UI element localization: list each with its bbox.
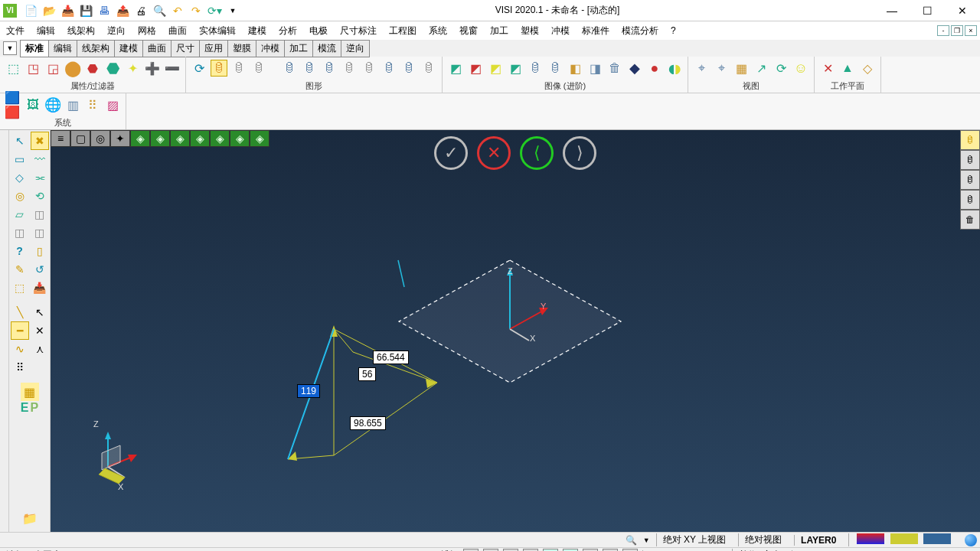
lt-hline-icon[interactable]: ━ — [11, 321, 29, 340]
search-icon[interactable]: 🔍 — [626, 535, 637, 546]
history-icon[interactable]: ⟳▾ — [207, 3, 222, 18]
img9-icon[interactable]: 🗑 — [606, 60, 623, 77]
menu-electrode[interactable]: 电极 — [308, 23, 329, 39]
sys1-icon[interactable]: 🟦🟥 — [5, 96, 21, 113]
mdi-close-icon[interactable]: × — [965, 25, 977, 36]
filter-icon-8[interactable]: ➕ — [144, 60, 161, 77]
rc-del-icon[interactable]: 🗑 — [960, 210, 980, 230]
cyl5-icon[interactable]: 🛢 — [301, 60, 318, 77]
cyl6-icon[interactable]: 🛢 — [321, 60, 338, 77]
refresh-icon[interactable]: ⟳ — [191, 60, 207, 77]
tab-mold[interactable]: 塑膜 — [227, 40, 256, 57]
wp1-icon[interactable]: ✕ — [819, 60, 836, 77]
undo-icon[interactable]: ↶ — [170, 3, 185, 18]
snap1-icon[interactable]: ⊡ — [463, 549, 479, 552]
filter-icon-7[interactable]: ✦ — [124, 60, 141, 77]
wp3-icon[interactable]: ◇ — [859, 60, 876, 77]
cyl4-icon[interactable]: 🛢 — [281, 60, 298, 77]
lt-pick-icon[interactable]: ↖ — [31, 303, 49, 321]
lt-quad-icon[interactable]: ◇ — [11, 168, 29, 187]
save-icon[interactable]: 💾 — [78, 3, 93, 18]
cyl3-icon[interactable]: 🛢 — [250, 60, 267, 77]
tab-dimension[interactable]: 尺寸 — [171, 40, 200, 57]
rc-cyl1-icon[interactable]: 🛢 — [960, 130, 980, 150]
lt-select-icon[interactable]: ↖ — [11, 132, 29, 150]
snap5-icon[interactable]: ◈ — [543, 549, 558, 552]
lt-rect-icon[interactable]: ▭ — [11, 150, 29, 168]
view3-icon[interactable]: ▦ — [733, 60, 750, 77]
menu-help[interactable]: ? — [669, 24, 678, 37]
lt-crosspick-icon[interactable]: ✖ — [31, 132, 49, 150]
lt-dots-icon[interactable]: ⠿ — [11, 358, 29, 377]
cyl10-icon[interactable]: 🛢 — [400, 60, 417, 77]
menu-dimension[interactable]: 尺寸标注 — [338, 23, 378, 39]
mdi-minimize-icon[interactable]: - — [937, 25, 949, 36]
img5-icon[interactable]: 🛢 — [527, 60, 544, 77]
menu-file[interactable]: 文件 — [5, 23, 26, 39]
view4-icon[interactable]: ↗ — [753, 60, 769, 77]
sys3-icon[interactable]: 🌐 — [44, 96, 61, 113]
mdi-restore-icon[interactable]: ❐ — [951, 25, 963, 36]
lt-compass-icon[interactable]: ⋏ — [31, 340, 49, 358]
status-layer[interactable]: LAYER0 — [794, 535, 842, 546]
export-icon[interactable]: 📤 — [115, 3, 130, 18]
filter-icon-4[interactable]: ⬤ — [64, 60, 81, 77]
import-icon[interactable]: 📥 — [60, 3, 75, 18]
tab-surface[interactable]: 曲面 — [142, 40, 172, 57]
tab-edit[interactable]: 编辑 — [48, 40, 77, 57]
lt-curve-icon[interactable]: ∿ — [11, 340, 29, 358]
menu-machining[interactable]: 加工 — [488, 23, 510, 39]
cyl2-icon[interactable]: 🛢 — [230, 60, 247, 77]
rc-cyl2-icon[interactable]: 🛢 — [960, 150, 980, 170]
zoom-icon[interactable]: 🔍 — [152, 3, 167, 18]
img4-icon[interactable]: ◩ — [507, 60, 524, 77]
open-icon[interactable]: 📂 — [41, 3, 57, 18]
lt-link-icon[interactable]: ⫘ — [31, 168, 49, 187]
sys5-icon[interactable]: ⠿ — [84, 96, 101, 113]
lt-edge-icon[interactable]: 〰 — [31, 150, 49, 168]
menu-mold[interactable]: 塑模 — [519, 23, 541, 39]
print-icon[interactable]: 🖨 — [133, 3, 149, 18]
lt-import2-icon[interactable]: 📥 — [31, 279, 49, 297]
menu-reverse[interactable]: 逆向 — [106, 23, 127, 39]
cyl7-icon[interactable]: 🛢 — [341, 60, 358, 77]
minimize-button[interactable]: — — [874, 0, 910, 21]
menu-surface[interactable]: 曲面 — [167, 23, 188, 39]
sys4-icon[interactable]: ▥ — [64, 96, 81, 113]
menu-model[interactable]: 建模 — [247, 23, 268, 39]
lt-cross-icon[interactable]: ✕ — [31, 321, 49, 340]
img3-icon[interactable]: ◩ — [487, 60, 504, 77]
tab-standard[interactable]: 标准 — [20, 40, 49, 57]
dim-d2-label[interactable]: 56 — [358, 367, 376, 381]
menu-edit[interactable]: 编辑 — [35, 23, 57, 39]
filter-icon-9[interactable]: ➖ — [164, 60, 181, 77]
tab-reverse[interactable]: 逆向 — [341, 40, 370, 57]
redo-icon[interactable]: ↷ — [188, 3, 204, 18]
lt-chip-icon[interactable]: ▦ — [21, 383, 39, 401]
view5-icon[interactable]: ⟳ — [773, 60, 789, 77]
lt-help-icon[interactable]: ? — [11, 242, 29, 260]
sys6-icon[interactable]: ▨ — [104, 96, 121, 113]
lt-arc-icon[interactable]: ⟲ — [31, 187, 49, 205]
filter-icon-1[interactable]: ⬚ — [5, 60, 21, 77]
lt-cube2-icon[interactable]: ◫ — [11, 223, 29, 242]
menu-window[interactable]: 视窗 — [458, 23, 479, 39]
img7-icon[interactable]: ◧ — [567, 60, 583, 77]
close-button[interactable]: ✕ — [945, 0, 980, 21]
cyl1-icon[interactable]: 🛢 — [211, 60, 227, 77]
lt-folder-icon[interactable]: 📁 — [21, 509, 39, 527]
search-dropdown-icon[interactable]: ▼ — [643, 536, 650, 544]
view6-icon[interactable]: ☺ — [792, 60, 809, 77]
view2-icon[interactable]: ⌖ — [713, 60, 730, 77]
status-colors[interactable] — [848, 533, 959, 546]
menu-analysis[interactable]: 分析 — [277, 23, 299, 39]
lt-cube3-icon[interactable]: ◫ — [31, 223, 49, 242]
lt-frame-icon[interactable]: ▯ — [31, 242, 49, 260]
cyl9-icon[interactable]: 🛢 — [381, 60, 397, 77]
rc-cyl4-icon[interactable]: 🛢 — [960, 190, 980, 210]
lt-swap-icon[interactable]: ↺ — [31, 260, 49, 279]
sys2-icon[interactable]: 🖼 — [24, 96, 41, 113]
viewport-3d[interactable]: ≡ ▢ ◎ ✦ ◈ ◈ ◈ ◈ ◈ ◈ ◈ ✓ ✕ ⟨ ⟩ — [51, 130, 980, 532]
menu-system[interactable]: 系统 — [427, 23, 449, 39]
menu-mesh[interactable]: 网格 — [136, 23, 158, 39]
